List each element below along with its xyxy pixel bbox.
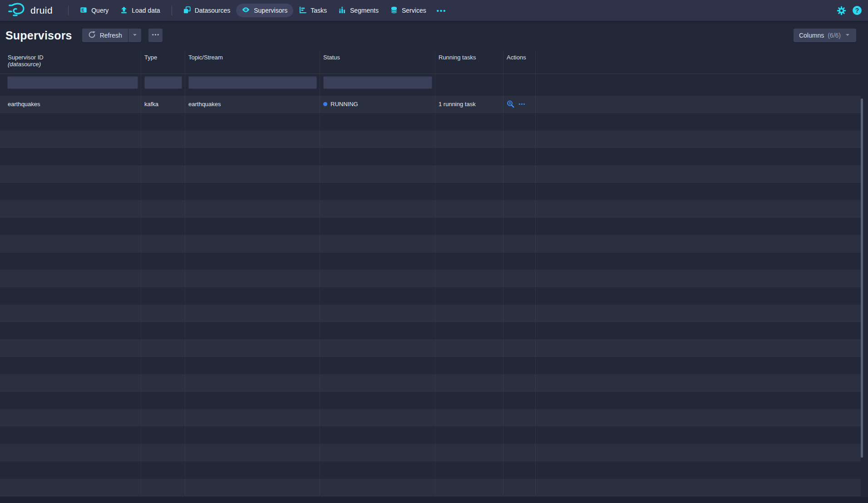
- table-row-empty: [0, 374, 861, 391]
- table-cell-empty: [185, 374, 320, 391]
- nav-more-icon[interactable]: •••: [432, 7, 451, 15]
- table-cell-empty: [320, 444, 435, 461]
- table-cell-empty: [435, 339, 503, 356]
- table-cell-empty: [320, 374, 435, 391]
- bar-chart-icon: [339, 6, 346, 15]
- table-cell-empty: [141, 374, 185, 391]
- cell-type: kafka: [141, 96, 185, 112]
- column-header-sublabel: (datasource): [8, 61, 141, 68]
- table-cell-empty: [0, 444, 141, 461]
- table-row-empty: [0, 270, 861, 287]
- table-cell-empty: [503, 218, 536, 234]
- table-cell-empty: [320, 131, 435, 147]
- table-cell-empty: [185, 322, 320, 339]
- gear-icon[interactable]: [837, 6, 846, 15]
- column-header-label: Type: [144, 54, 185, 61]
- table-row-empty: [0, 322, 861, 339]
- cell-supervisor-id[interactable]: earthquakes: [0, 96, 141, 112]
- filter-cell: [185, 74, 320, 96]
- refresh-button[interactable]: Refresh: [82, 29, 128, 42]
- cell-topic-stream: earthquakes: [185, 96, 320, 112]
- filter-cell: [320, 74, 435, 96]
- table-cell-empty: [141, 235, 185, 252]
- table-cell-empty: [141, 409, 185, 426]
- table-cell-empty: [536, 131, 861, 147]
- column-header-label: Topic/Stream: [188, 54, 320, 61]
- table-cell-empty: [435, 409, 503, 426]
- table-cell-empty: [435, 444, 503, 461]
- table-cell-empty: [141, 322, 185, 339]
- filter-cell: [536, 74, 861, 96]
- table-cell-empty: [320, 426, 435, 443]
- nav-item-query[interactable]: Query: [74, 4, 114, 17]
- table-cell-empty: [435, 426, 503, 443]
- nav-item-supervisors[interactable]: Supervisors: [236, 4, 293, 17]
- filter-input-topic-stream[interactable]: [188, 76, 317, 89]
- table-cell-empty: [320, 253, 435, 269]
- filter-input-type[interactable]: [144, 76, 182, 89]
- nav-item-tasks[interactable]: Tasks: [293, 4, 333, 17]
- horizontal-scrollbar-track[interactable]: [0, 497, 868, 503]
- column-header-supervisor-id[interactable]: Supervisor ID (datasource): [0, 50, 141, 73]
- table-cell-empty: [320, 305, 435, 322]
- table-cell-empty: [435, 166, 503, 182]
- cell-running-tasks: 1 running task: [435, 96, 503, 112]
- vertical-scrollbar-thumb[interactable]: [861, 98, 863, 458]
- nav-item-load-data[interactable]: Load data: [114, 4, 166, 17]
- columns-button[interactable]: Columns (6/6): [794, 29, 856, 42]
- status-dot-icon: [323, 102, 327, 106]
- table-cell-empty: [185, 426, 320, 443]
- table-cell-empty: [536, 166, 861, 182]
- table-cell-empty: [185, 357, 320, 374]
- table-cell-empty: [320, 183, 435, 200]
- column-header-status[interactable]: Status: [320, 50, 435, 73]
- columns-count: (6/6): [828, 32, 841, 39]
- help-icon[interactable]: ?: [853, 6, 862, 15]
- refresh-options-button[interactable]: [128, 29, 141, 42]
- table-cell-empty: [141, 287, 185, 304]
- cell-actions: [503, 96, 536, 112]
- table-cell-empty: [185, 200, 320, 217]
- filter-input-status[interactable]: [323, 76, 432, 89]
- column-header-running-tasks[interactable]: Running tasks: [435, 50, 503, 73]
- nav-item-segments[interactable]: Segments: [333, 4, 385, 17]
- table-cell-empty: [0, 305, 141, 322]
- filter-input-supervisor-id[interactable]: [7, 76, 138, 89]
- table-cell-empty: [141, 479, 185, 496]
- table-cell-empty: [503, 270, 536, 287]
- table-cell-empty: [185, 166, 320, 182]
- nav-item-label: Query: [91, 7, 108, 14]
- table-row-empty: [0, 166, 861, 183]
- table-row-empty: [0, 235, 861, 252]
- table-row-empty: [0, 461, 861, 479]
- table-cell-empty: [185, 270, 320, 287]
- view-more-button[interactable]: [148, 29, 163, 42]
- table-cell-empty: [141, 461, 185, 478]
- druid-logo[interactable]: druid: [8, 2, 53, 19]
- nav-item-services[interactable]: Services: [385, 4, 432, 17]
- table-cell-empty: [0, 183, 141, 200]
- table-cell-empty: [503, 339, 536, 356]
- table-cell-empty: [0, 218, 141, 234]
- table-cell-empty: [503, 409, 536, 426]
- table-cell-empty: [435, 322, 503, 339]
- search-details-icon[interactable]: [507, 100, 514, 108]
- filter-cell: [503, 74, 536, 96]
- column-header-topic-stream[interactable]: Topic/Stream: [185, 50, 320, 73]
- table-cell-empty: [503, 166, 536, 182]
- table-cell-empty: [536, 218, 861, 234]
- table-cell-empty: [185, 218, 320, 234]
- table-cell-empty: [503, 374, 536, 391]
- nav-item-datasources[interactable]: Datasources: [178, 4, 237, 17]
- upload-icon: [120, 6, 128, 15]
- table-cell-empty: [320, 113, 435, 130]
- table-row-earthquakes: earthquakes kafka earthquakes RUNNING 1 …: [0, 96, 861, 113]
- status-label: RUNNING: [330, 101, 358, 107]
- column-header-type[interactable]: Type: [141, 50, 185, 73]
- column-header-label: Actions: [507, 54, 535, 61]
- layers-icon: [183, 6, 191, 15]
- table-cell-empty: [536, 409, 861, 426]
- row-more-icon[interactable]: [518, 101, 525, 107]
- cell-filler: [536, 96, 861, 112]
- table-cell-empty: [141, 218, 185, 234]
